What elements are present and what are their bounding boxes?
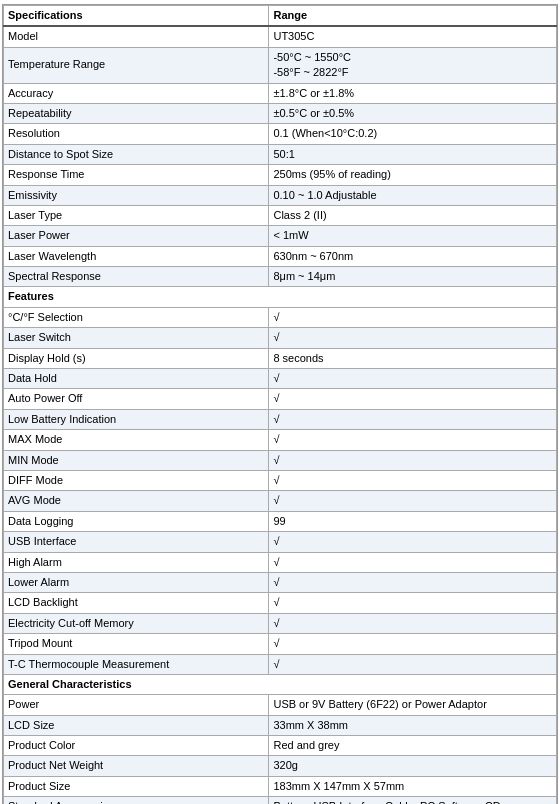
spec-value: 0.10 ~ 1.0 Adjustable — [269, 185, 557, 205]
spec-value: √ — [269, 450, 557, 470]
spec-value: √ — [269, 613, 557, 633]
spec-value: √ — [269, 389, 557, 409]
table-row: ModelUT305C — [4, 26, 557, 47]
table-row: °C/°F Selection√ — [4, 307, 557, 327]
table-row: AVG Mode√ — [4, 491, 557, 511]
spec-label: Lower Alarm — [4, 572, 269, 592]
table-row: Auto Power Off√ — [4, 389, 557, 409]
section-header-label: General Characteristics — [4, 674, 557, 694]
table-row: Spectral Response8μm ~ 14μm — [4, 267, 557, 287]
spec-label: LCD Size — [4, 715, 269, 735]
spec-label: Product Size — [4, 776, 269, 796]
spec-label: LCD Backlight — [4, 593, 269, 613]
spec-label: Laser Switch — [4, 328, 269, 348]
spec-label: Model — [4, 26, 269, 47]
spec-label: Resolution — [4, 124, 269, 144]
spec-value: 183mm X 147mm X 57mm — [269, 776, 557, 796]
spec-value: 250ms (95% of reading) — [269, 165, 557, 185]
spec-value: √ — [269, 552, 557, 572]
table-row: Laser TypeClass 2 (II) — [4, 205, 557, 225]
spec-label: Display Hold (s) — [4, 348, 269, 368]
header-range: Range — [269, 6, 557, 27]
spec-value: 8μm ~ 14μm — [269, 267, 557, 287]
spec-label: Accuracy — [4, 83, 269, 103]
spec-value: √ — [269, 634, 557, 654]
table-row: T-C Thermocouple Measurement√ — [4, 654, 557, 674]
spec-label: MAX Mode — [4, 430, 269, 450]
spec-label: Low Battery Indication — [4, 409, 269, 429]
table-row: Distance to Spot Size50:1 — [4, 144, 557, 164]
spec-label: T-C Thermocouple Measurement — [4, 654, 269, 674]
header-specifications: Specifications — [4, 6, 269, 27]
spec-value: √ — [269, 593, 557, 613]
table-row: Electricity Cut-off Memory√ — [4, 613, 557, 633]
spec-label: Laser Wavelength — [4, 246, 269, 266]
table-row: Data Hold√ — [4, 369, 557, 389]
spec-value: 99 — [269, 511, 557, 531]
spec-value: √ — [269, 470, 557, 490]
spec-value: Class 2 (II) — [269, 205, 557, 225]
table-row: LCD Backlight√ — [4, 593, 557, 613]
table-row: Laser Switch√ — [4, 328, 557, 348]
spec-value: √ — [269, 572, 557, 592]
spec-value: 33mm X 38mm — [269, 715, 557, 735]
spec-value: -50°C ~ 1550°C-58°F ~ 2822°F — [269, 47, 557, 83]
table-row: DIFF Mode√ — [4, 470, 557, 490]
table-row: Accuracy±1.8°C or ±1.8% — [4, 83, 557, 103]
spec-value: √ — [269, 532, 557, 552]
spec-label: High Alarm — [4, 552, 269, 572]
spec-label: Tripod Mount — [4, 634, 269, 654]
spec-value: ±0.5°C or ±0.5% — [269, 103, 557, 123]
spec-value: UT305C — [269, 26, 557, 47]
spec-value: 8 seconds — [269, 348, 557, 368]
table-row: Features — [4, 287, 557, 307]
spec-value: Battery, USB Interface Cable, PC Softwar… — [269, 797, 557, 804]
spec-value: 0.1 (When<10°C:0.2) — [269, 124, 557, 144]
spec-label: Laser Type — [4, 205, 269, 225]
spec-label: Response Time — [4, 165, 269, 185]
table-body: ModelUT305CTemperature Range-50°C ~ 1550… — [4, 26, 557, 804]
spec-value: √ — [269, 430, 557, 450]
table-row: Resolution0.1 (When<10°C:0.2) — [4, 124, 557, 144]
specs-table-container: Specifications Range ModelUT305CTemperat… — [2, 4, 558, 804]
table-row: General Characteristics — [4, 674, 557, 694]
table-row: PowerUSB or 9V Battery (6F22) or Power A… — [4, 695, 557, 715]
spec-label: Laser Power — [4, 226, 269, 246]
spec-label: DIFF Mode — [4, 470, 269, 490]
spec-value: ±1.8°C or ±1.8% — [269, 83, 557, 103]
spec-label: MIN Mode — [4, 450, 269, 470]
spec-label: Electricity Cut-off Memory — [4, 613, 269, 633]
spec-label: Power — [4, 695, 269, 715]
table-row: Product Net Weight320g — [4, 756, 557, 776]
spec-value: √ — [269, 491, 557, 511]
spec-label: °C/°F Selection — [4, 307, 269, 327]
spec-label: Distance to Spot Size — [4, 144, 269, 164]
spec-label: Auto Power Off — [4, 389, 269, 409]
spec-label: Standard Accessories — [4, 797, 269, 804]
table-row: Lower Alarm√ — [4, 572, 557, 592]
spec-label: Emissivity — [4, 185, 269, 205]
table-row: High Alarm√ — [4, 552, 557, 572]
table-row: Tripod Mount√ — [4, 634, 557, 654]
table-row: Temperature Range-50°C ~ 1550°C-58°F ~ 2… — [4, 47, 557, 83]
spec-value: 320g — [269, 756, 557, 776]
spec-label: Product Net Weight — [4, 756, 269, 776]
spec-label: Data Logging — [4, 511, 269, 531]
table-row: LCD Size33mm X 38mm — [4, 715, 557, 735]
spec-label: Product Color — [4, 736, 269, 756]
spec-value: USB or 9V Battery (6F22) or Power Adapto… — [269, 695, 557, 715]
spec-value: Red and grey — [269, 736, 557, 756]
table-row: Repeatability±0.5°C or ±0.5% — [4, 103, 557, 123]
spec-label: Repeatability — [4, 103, 269, 123]
spec-value: 50:1 — [269, 144, 557, 164]
spec-value: √ — [269, 654, 557, 674]
spec-label: AVG Mode — [4, 491, 269, 511]
table-row: USB Interface√ — [4, 532, 557, 552]
spec-value: √ — [269, 409, 557, 429]
spec-label: Spectral Response — [4, 267, 269, 287]
table-row: Display Hold (s)8 seconds — [4, 348, 557, 368]
table-row: Low Battery Indication√ — [4, 409, 557, 429]
spec-label: Temperature Range — [4, 47, 269, 83]
table-row: Product ColorRed and grey — [4, 736, 557, 756]
table-row: MIN Mode√ — [4, 450, 557, 470]
